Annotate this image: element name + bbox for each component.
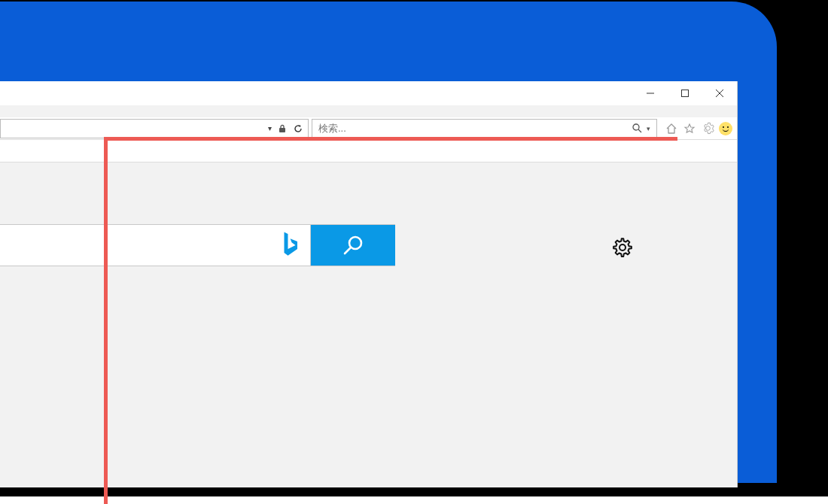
svg-rect-1 xyxy=(682,90,689,97)
annotation-line-horizontal xyxy=(104,137,677,141)
toolbar-search-placeholder: 検索... xyxy=(318,122,346,135)
search-dropdown-icon[interactable]: ▾ xyxy=(647,125,650,132)
maximize-button[interactable] xyxy=(668,81,702,105)
page-content xyxy=(0,162,737,487)
feedback-smiley-icon[interactable] xyxy=(719,122,732,135)
toolbar-search-input[interactable]: 検索... ▾ xyxy=(312,119,657,138)
home-icon[interactable] xyxy=(665,122,678,135)
maximize-icon xyxy=(680,89,689,98)
window-titlebar xyxy=(0,81,737,105)
address-bar[interactable]: ▾ xyxy=(0,119,309,138)
refresh-icon[interactable] xyxy=(293,123,303,134)
gear-icon[interactable] xyxy=(701,122,714,135)
page-settings-button[interactable] xyxy=(610,235,635,260)
tab-strip[interactable] xyxy=(0,140,737,162)
annotation-line-vertical xyxy=(104,137,108,504)
svg-line-6 xyxy=(638,129,641,132)
svg-line-8 xyxy=(345,247,351,254)
minimize-button[interactable] xyxy=(633,81,668,105)
toolbar-actions xyxy=(660,122,737,135)
bing-icon xyxy=(279,230,301,260)
lock-icon xyxy=(278,124,287,133)
main-search-input[interactable] xyxy=(0,225,311,266)
main-search-bar xyxy=(0,224,395,266)
favorites-icon[interactable] xyxy=(683,122,696,135)
close-icon xyxy=(715,89,724,98)
gear-icon xyxy=(611,236,634,259)
search-icon[interactable] xyxy=(632,123,642,133)
browser-window: ▾ 検索... ▾ xyxy=(0,81,738,487)
main-search-button[interactable] xyxy=(311,225,395,266)
search-icon xyxy=(340,232,366,258)
minimize-icon xyxy=(646,89,655,98)
svg-point-9 xyxy=(619,244,626,250)
svg-rect-4 xyxy=(279,128,285,132)
dropdown-icon[interactable]: ▾ xyxy=(268,124,272,132)
close-button[interactable] xyxy=(702,81,737,105)
svg-point-5 xyxy=(633,124,639,130)
